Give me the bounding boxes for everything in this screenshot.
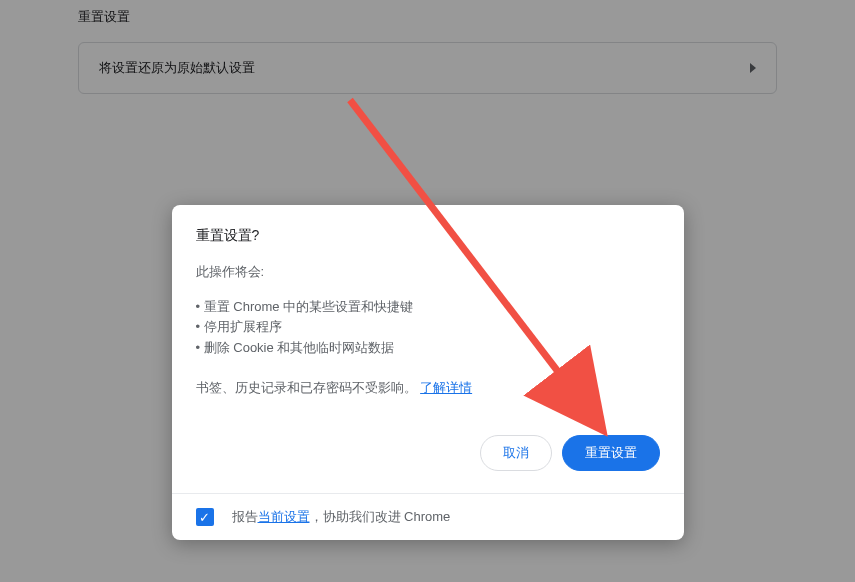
bullet-item: • 重置 Chrome 中的某些设置和快捷键 (196, 297, 660, 318)
footer-text: 报告当前设置，协助我们改进 Chrome (232, 508, 451, 526)
reset-dialog: 重置设置? 此操作将会: • 重置 Chrome 中的某些设置和快捷键 • 停用… (172, 205, 684, 540)
footer-prefix: 报告 (232, 509, 258, 524)
dialog-note: 书签、历史记录和已存密码不受影响。 了解详情 (196, 379, 660, 397)
dialog-title: 重置设置? (196, 227, 660, 245)
bullet-item: • 删除 Cookie 和其他临时网站数据 (196, 338, 660, 359)
footer-suffix: ，协助我们改进 Chrome (310, 509, 451, 524)
current-settings-link[interactable]: 当前设置 (258, 509, 310, 524)
modal-overlay: 重置设置? 此操作将会: • 重置 Chrome 中的某些设置和快捷键 • 停用… (0, 0, 855, 582)
note-text: 书签、历史记录和已存密码不受影响。 (196, 380, 417, 395)
cancel-button[interactable]: 取消 (480, 435, 552, 471)
dialog-intro: 此操作将会: (196, 263, 660, 281)
confirm-reset-button[interactable]: 重置设置 (562, 435, 660, 471)
report-checkbox[interactable]: ✓ (196, 508, 214, 526)
bullet-item: • 停用扩展程序 (196, 317, 660, 338)
learn-more-link[interactable]: 了解详情 (420, 380, 472, 395)
dialog-bullets: • 重置 Chrome 中的某些设置和快捷键 • 停用扩展程序 • 删除 Coo… (196, 297, 660, 359)
